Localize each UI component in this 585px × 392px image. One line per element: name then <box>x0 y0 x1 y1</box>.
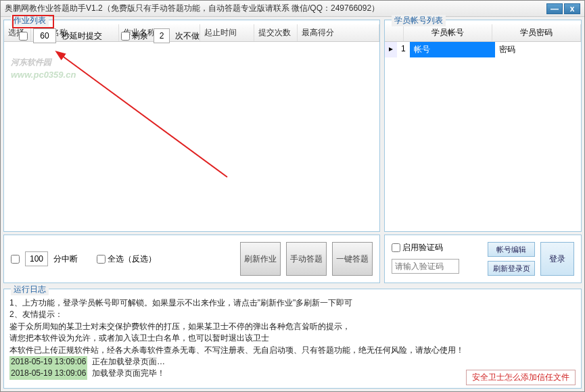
trust-file-link[interactable]: 安全卫士怎么添加信任文件 <box>466 370 576 385</box>
window-title: 奥鹏网教作业答题助手V1.2（免费版只有手动答题功能，自动答题专业版请联系 微信… <box>5 3 546 14</box>
watermark: 河东软件园 www.pc0359.cn <box>11 49 76 80</box>
break-label: 分中断 <box>53 253 78 265</box>
remain-suffix: 次不做 <box>175 30 200 42</box>
login-button[interactable]: 登录 <box>540 242 574 276</box>
delay-value[interactable] <box>33 28 56 43</box>
titlebar: 奥鹏网教作业答题助手V1.2（免费版只有手动答题功能，自动答题专业版请联系 微信… <box>1 1 584 17</box>
row-selector-icon: ▸ <box>385 42 397 57</box>
remain-value[interactable] <box>154 28 170 43</box>
edit-account-button[interactable]: 帐号编辑 <box>488 242 535 257</box>
enable-captcha-checkbox[interactable]: 启用验证码 <box>392 242 482 253</box>
minimize-button[interactable]: — <box>546 3 563 14</box>
row-index: 1 <box>397 42 410 57</box>
account-list-group: 学员帐号列表 学员帐号 学员密码 ▸ 1 帐号 密码 <box>384 20 582 232</box>
break-checkbox[interactable] <box>11 255 20 264</box>
delay-label: 秒延时提交 <box>62 30 102 42</box>
svg-line-0 <box>62 55 227 177</box>
col-deadline[interactable]: 起止时间 <box>200 24 254 41</box>
table-row[interactable]: ▸ 1 帐号 密码 <box>385 42 581 57</box>
log-group: 运行日志 1、上方功能，登录学员帐号即可解锁。如果显示不出来作业，请点击"刷新作… <box>3 289 582 389</box>
manual-answer-button[interactable]: 手动答题 <box>286 242 327 276</box>
refresh-login-button[interactable]: 刷新登录页 <box>488 261 535 276</box>
auto-answer-button[interactable]: 一键答题 <box>332 242 373 276</box>
account-group-title: 学员帐号列表 <box>392 15 446 26</box>
homework-group-title: 作业列表 <box>11 15 49 26</box>
close-button[interactable]: x <box>564 3 580 14</box>
annotation-arrow <box>4 42 369 245</box>
col-acct[interactable]: 学员帐号 <box>404 24 492 41</box>
row-password[interactable]: 密码 <box>495 42 581 57</box>
col-submits[interactable]: 提交次数 <box>254 24 298 41</box>
col-best[interactable]: 最高得分 <box>298 24 379 41</box>
selectall-checkbox[interactable]: 全选（反选） <box>97 253 156 265</box>
row-account[interactable]: 帐号 <box>410 42 496 57</box>
homework-table-body: 河东软件园 www.pc0359.cn <box>4 42 379 231</box>
login-box: 启用验证码 帐号编辑 刷新登录页 登录 <box>384 235 582 283</box>
refresh-homework-button[interactable]: 刷新作业 <box>240 242 281 276</box>
delay-checkbox[interactable] <box>19 32 28 41</box>
account-table-header: 学员帐号 学员密码 <box>385 24 581 42</box>
homework-list-group: 作业列表 选择 课程名称 作业名称 起止时间 提交次数 最高得分 河东软件园 w… <box>3 20 380 232</box>
controls-row: 分中断 全选（反选） 刷新作业 手动答题 一键答题 秒延时提交 剩余 次不做 <box>3 235 380 283</box>
col-acct-idx[interactable] <box>385 24 404 41</box>
remain-checkbox[interactable]: 剩余 <box>121 30 148 42</box>
col-pwd[interactable]: 学员密码 <box>492 24 581 41</box>
log-group-title: 运行日志 <box>11 284 49 295</box>
captcha-input[interactable] <box>392 259 459 274</box>
break-value[interactable] <box>25 251 48 266</box>
